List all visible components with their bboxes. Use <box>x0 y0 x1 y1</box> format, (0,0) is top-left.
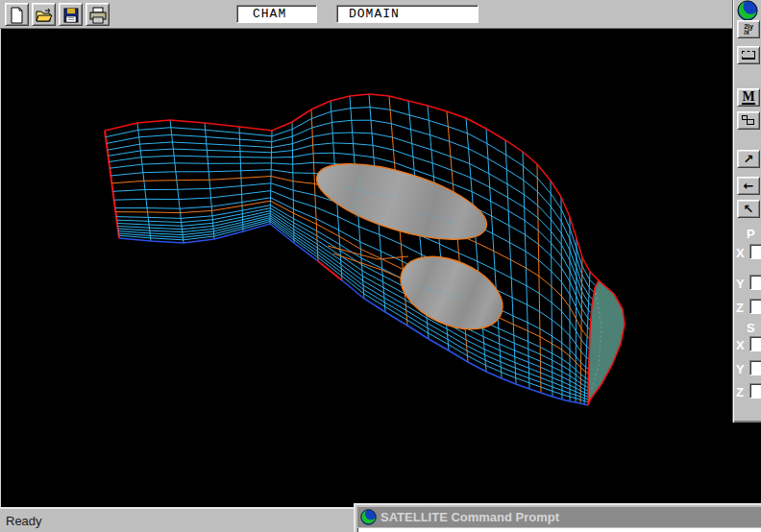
size-z-label: Z <box>736 385 744 399</box>
save-button[interactable] <box>59 3 83 26</box>
open-file-button[interactable] <box>32 3 56 26</box>
command-prompt-titlebar[interactable]: SATELLITE Command Prompt <box>357 507 761 527</box>
size-z-field[interactable] <box>749 383 761 399</box>
phoenics-globe-icon <box>736 0 759 21</box>
save-floppy-icon <box>62 7 80 24</box>
toolbar: CHAM DOMAIN <box>0 0 732 29</box>
arrow-nw-icon: ↖ <box>744 203 754 215</box>
arrow-ne-icon: ↗ <box>744 153 754 165</box>
printer-icon <box>89 7 107 24</box>
phoenics-globe-icon <box>360 509 377 525</box>
dashed-box-icon <box>742 51 755 60</box>
view-arrow-left-button[interactable]: ← <box>737 177 760 195</box>
arrow-left-icon: ← <box>744 180 754 192</box>
size-y-field[interactable] <box>749 360 761 375</box>
position-x-label: X <box>736 246 745 260</box>
command-prompt-window: SATELLITE Command Prompt <box>354 503 761 532</box>
satellite-main-window: CHAM DOMAIN 2|y /x M <box>0 0 761 532</box>
mesh-toggle-button[interactable]: M <box>737 88 760 107</box>
size-x-label: X <box>736 338 745 352</box>
right-tool-panel: 2|y /x M ↗ ← ↖ P X Y Z <box>732 0 761 423</box>
new-document-icon <box>9 7 26 24</box>
size-section-label: S <box>747 321 755 335</box>
command-prompt-client[interactable] <box>357 528 761 532</box>
m-icon: M <box>742 90 754 105</box>
position-z-label: Z <box>736 301 744 315</box>
position-y-field[interactable] <box>749 275 761 290</box>
new-document-button[interactable] <box>5 3 29 26</box>
domain-outline-button[interactable] <box>737 46 760 64</box>
cham-field[interactable]: CHAM <box>236 5 317 23</box>
print-button[interactable] <box>86 3 110 26</box>
position-y-label: Y <box>736 277 745 291</box>
objects-button[interactable] <box>737 111 760 130</box>
status-text: Ready <box>6 514 42 528</box>
position-x-field[interactable] <box>749 244 761 259</box>
view-arrow-nw-button[interactable]: ↖ <box>737 200 760 218</box>
mesh-viewport[interactable] <box>0 29 732 507</box>
position-section-label: P <box>747 227 755 241</box>
grid-calc-button[interactable]: 2|y /x <box>737 20 760 38</box>
open-folder-icon <box>36 7 53 24</box>
size-x-field[interactable] <box>749 336 761 351</box>
small-squares-icon <box>742 115 755 126</box>
domain-field[interactable]: DOMAIN <box>336 5 479 23</box>
view-arrow-ne-button[interactable]: ↗ <box>737 150 760 168</box>
command-prompt-title: SATELLITE Command Prompt <box>380 510 559 524</box>
position-z-field[interactable] <box>749 299 761 314</box>
mesh-canvas[interactable] <box>1 29 733 507</box>
grid-calc-icon: 2|y /x <box>744 24 753 36</box>
size-y-label: Y <box>736 362 745 376</box>
